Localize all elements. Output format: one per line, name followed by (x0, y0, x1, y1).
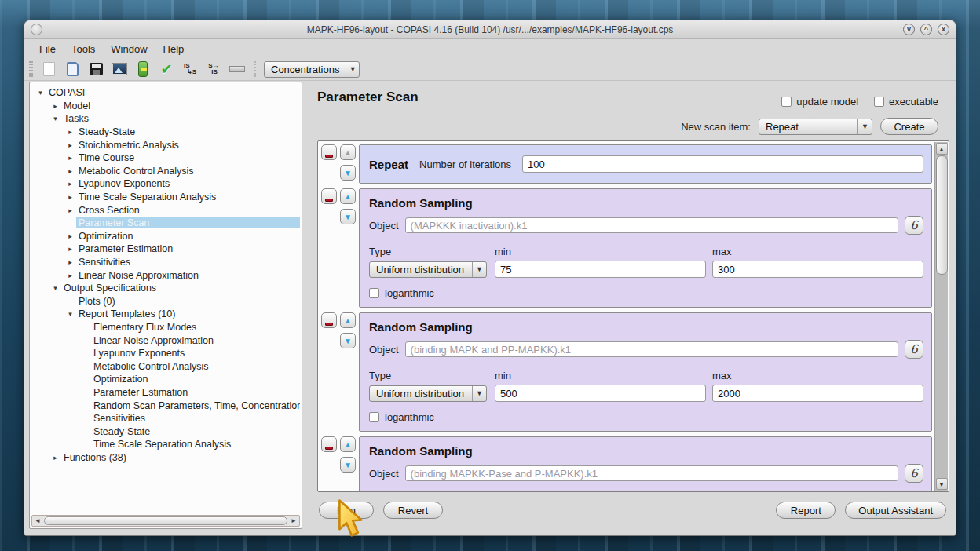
tree-item-lyapunov-exponents[interactable]: Lyapunov Exponents (31, 347, 300, 360)
tree-item-sensitivities[interactable]: ▸Sensitivities (31, 256, 300, 269)
collapse-arrow-icon[interactable]: ▾ (35, 89, 46, 97)
move-down-button[interactable]: ▼ (340, 457, 356, 473)
max-input[interactable] (712, 385, 923, 402)
scroll-right-icon[interactable]: ► (288, 517, 299, 524)
distribution-type-combobox[interactable]: Uniform distribution ▼ (369, 261, 487, 278)
distribution-type-combobox[interactable]: Uniform distribution ▼ (369, 385, 487, 402)
tree-item-steady-state[interactable]: Steady-State (31, 425, 300, 438)
move-up-button[interactable]: ▲ (340, 144, 356, 160)
scroll-left-icon[interactable]: ◄ (32, 517, 43, 524)
tree-item-linear-noise-approximation[interactable]: Linear Noise Approximation (31, 334, 300, 347)
create-button[interactable]: Create (880, 118, 938, 135)
expand-arrow-icon[interactable]: ▸ (64, 154, 76, 162)
iterations-input[interactable] (522, 155, 923, 173)
remove-item-button[interactable] (321, 436, 337, 452)
open-file-button[interactable] (63, 60, 82, 78)
remove-item-button[interactable] (321, 144, 337, 160)
slider-tool-button[interactable] (133, 60, 152, 78)
move-down-button[interactable]: ▼ (340, 165, 356, 181)
maximize-button[interactable]: ^ (920, 24, 932, 35)
tree-item-copasi[interactable]: ▾COPASI (31, 86, 300, 100)
tree-item-elementary-flux-modes[interactable]: Elementary Flux Modes (31, 321, 300, 334)
move-up-button[interactable]: ▲ (340, 436, 356, 452)
min-input[interactable] (495, 261, 706, 278)
move-up-button[interactable]: ▲ (340, 312, 356, 328)
menu-item-help[interactable]: Help (156, 41, 192, 57)
update-model-checkbox[interactable] (781, 97, 792, 107)
scroll-down-icon[interactable]: ▼ (936, 478, 948, 490)
object-input[interactable] (405, 341, 898, 357)
min-input[interactable] (495, 385, 706, 402)
new-scan-item-combobox[interactable]: Repeat ▼ (759, 119, 872, 135)
expand-arrow-icon[interactable]: ▸ (64, 272, 76, 279)
tree-item-metabolic-control-analysis[interactable]: ▸Metabolic Control Analysis (31, 165, 300, 178)
scroll-up-icon[interactable]: ▲ (936, 143, 948, 155)
scan-list-vscroll-thumb[interactable] (936, 155, 948, 275)
new-file-button[interactable] (39, 60, 58, 78)
export-image-button[interactable] (110, 60, 129, 78)
expand-arrow-icon[interactable]: ▸ (64, 167, 76, 175)
tree-item-parameter-estimation[interactable]: ▸Parameter Estimation (31, 243, 300, 256)
s-to-is-button[interactable]: S→IS (204, 60, 223, 78)
tree-item-time-scale-separation-analysis[interactable]: Time Scale Separation Analysis (31, 438, 300, 451)
scan-list-vscrollbar[interactable]: ▲ ▼ (934, 142, 948, 491)
executable-checkbox[interactable] (874, 97, 884, 107)
tree-item-sensitivities[interactable]: Sensitivities (31, 412, 300, 425)
expand-arrow-icon[interactable]: ▸ (64, 206, 76, 214)
shade-button[interactable]: v (903, 24, 915, 35)
report-button[interactable]: Report (776, 502, 836, 519)
expand-arrow-icon[interactable]: ▸ (64, 141, 76, 149)
object-select-button[interactable]: 6 (905, 340, 923, 359)
tree-item-steady-state[interactable]: ▸Steady-State (31, 126, 300, 139)
units-button[interactable] (228, 60, 247, 78)
window-menu-icon[interactable] (31, 24, 42, 35)
is-to-s-button[interactable]: IS↳S (181, 60, 199, 78)
revert-button[interactable]: Revert (383, 502, 443, 519)
expand-arrow-icon[interactable]: ▸ (64, 193, 76, 201)
tree-item-plots-0[interactable]: Plots (0) (31, 295, 300, 308)
expand-arrow-icon[interactable]: ▸ (64, 245, 76, 253)
max-input[interactable] (712, 261, 923, 278)
expand-arrow-icon[interactable]: ▸ (64, 128, 76, 136)
tree-item-model[interactable]: ▸Model (31, 100, 300, 113)
view-selector-combobox[interactable]: Concentrations ▼ (264, 61, 360, 78)
tree-item-lyapunov-exponents[interactable]: ▸Lyapunov Exponents (31, 177, 300, 191)
move-down-button[interactable]: ▼ (340, 209, 356, 224)
save-button[interactable] (86, 60, 105, 78)
tree-item-time-scale-separation-analysis[interactable]: ▸Time Scale Separation Analysis (31, 191, 300, 204)
menu-item-file[interactable]: File (32, 41, 63, 57)
expand-arrow-icon[interactable]: ▸ (49, 102, 61, 110)
object-input[interactable] (405, 217, 898, 233)
tree-item-time-course[interactable]: ▸Time Course (31, 151, 300, 165)
close-button[interactable]: x (938, 24, 949, 35)
tree-item-parameter-scan[interactable]: Parameter Scan (31, 217, 300, 230)
tree-item-optimization[interactable]: ▸Optimization (31, 230, 300, 243)
tree-item-linear-noise-approximation[interactable]: ▸Linear Noise Approximation (31, 268, 300, 282)
tree-item-cross-section[interactable]: ▸Cross Section (31, 203, 300, 217)
collapse-arrow-icon[interactable]: ▾ (49, 115, 61, 122)
toolbar-drag-handle[interactable] (29, 61, 33, 77)
tree-item-optimization[interactable]: Optimization (31, 373, 300, 386)
tree-item-functions-38[interactable]: ▸Functions (38) (31, 451, 300, 465)
tree-item-stoichiometric-analysis[interactable]: ▸Stoichiometric Analysis (31, 138, 300, 151)
title-bar[interactable]: MAPK-HF96-layout - COPASI 4.16 (Build 10… (24, 20, 956, 39)
object-select-button[interactable]: 6 (905, 216, 923, 235)
move-up-button[interactable]: ▲ (340, 188, 356, 204)
tree-item-metabolic-control-analysis[interactable]: Metabolic Control Analysis (31, 359, 300, 373)
tree-horizontal-scrollbar[interactable]: ◄ ► (31, 515, 300, 527)
tree-item-random-scan-parameters-time-concentrations[interactable]: Random Scan Parameters, Time, Concentrat… (31, 399, 300, 412)
remove-item-button[interactable] (321, 312, 337, 328)
output-assistant-button[interactable]: Output Assistant (845, 502, 946, 519)
object-input[interactable] (405, 465, 898, 481)
object-select-button[interactable]: 6 (905, 464, 923, 483)
menu-item-tools[interactable]: Tools (64, 41, 102, 57)
expand-arrow-icon[interactable]: ▸ (64, 258, 76, 266)
menu-item-window[interactable]: Window (104, 41, 154, 57)
expand-arrow-icon[interactable]: ▸ (64, 180, 76, 188)
expand-arrow-icon[interactable]: ▸ (64, 232, 76, 240)
tree-hscroll-thumb[interactable] (44, 516, 287, 525)
tree-item-output-specifications[interactable]: ▾Output Specifications (31, 282, 300, 295)
tree-item-report-templates-10[interactable]: ▾Report Templates (10) (31, 308, 300, 321)
collapse-arrow-icon[interactable]: ▾ (64, 310, 76, 318)
collapse-arrow-icon[interactable]: ▾ (49, 284, 61, 292)
